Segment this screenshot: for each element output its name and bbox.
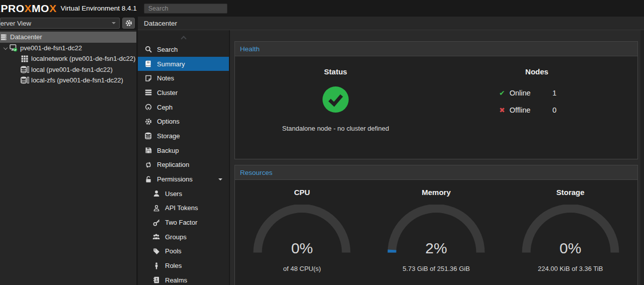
storage-gauge: 0% [520,205,621,257]
floppy-icon [144,147,152,154]
ceph-icon [144,104,152,111]
menu-item-backup[interactable]: Backup [138,143,229,158]
tree-item-storage-local[interactable]: local (pve001-de-fsn1-dc22) [0,64,136,75]
gear-icon [125,20,132,27]
key-icon [152,219,160,226]
health-panel: Health Status Standalone node - no clust… [234,41,638,159]
health-panel-title: Health [240,45,260,53]
check-icon: ✔ [499,89,505,97]
menu-item-realms[interactable]: Realms [138,273,229,285]
storage-gauge-column: Storage 0% 224.00 KiB of 3.36 TiB [503,188,637,272]
nodes-table: ✔Online 1 ✖Offline 0 [499,84,575,119]
resources-panel: Resources CPU 0% o [234,165,638,285]
storage-database-icon [20,66,29,73]
tree-item-storage-localnetwork[interactable]: localnetwork (pve001-de-fsn1-dc22) [0,53,136,64]
group-icon [152,233,160,240]
menu-item-two-factor[interactable]: Two Factor [138,215,229,230]
resource-tree-panel: Server View Datacenter [0,17,136,285]
tree-item-storage-local-zfs[interactable]: local-zfs (pve001-de-fsn1-dc22) [0,75,136,86]
storage-heading: Storage [503,188,637,197]
datacenter-menu: Search Summary Notes Cluster [138,30,230,285]
chevron-down-icon [112,22,116,26]
storage-detail: 224.00 KiB of 3.36 TiB [503,265,637,272]
view-selector-value: Server View [0,20,31,27]
menu-item-ceph[interactable]: Ceph [138,100,229,115]
menu-item-notes[interactable]: Notes [138,71,229,85]
memory-heading: Memory [369,188,504,197]
content-scrollbar[interactable] [640,30,644,285]
status-ok-icon [323,86,349,113]
health-status-column: Status Standalone node - no cluster defi… [235,67,436,159]
tree-item-label: pve001-de-fsn1-dc22 [20,44,82,52]
storage-percent: 0% [520,240,621,257]
menu-item-replication[interactable]: Replication [138,158,229,172]
menu-scroll-up[interactable] [138,33,229,42]
proxmox-logo: XPROXMOX [0,3,56,15]
tree-toolbar: Server View [0,17,136,30]
menu-item-permissions[interactable]: Permissions [138,172,229,186]
menu-item-cluster[interactable]: Cluster [138,85,229,100]
resources-panel-header: Resources [235,165,637,180]
nodes-row-online: ✔Online 1 [499,84,575,102]
tree-item-label: localnetwork (pve001-de-fsn1-dc22) [31,55,135,62]
nodes-offline-count: 0 [552,106,575,114]
chevron-up-icon [181,36,186,41]
cluster-icon [144,89,152,96]
content-area: Health Status Standalone node - no clust… [230,30,644,285]
sync-arrows-icon [144,161,152,168]
nodes-row-offline: ✖Offline 0 [499,102,575,119]
tree-item-datacenter[interactable]: Datacenter [0,32,136,43]
memory-detail: 5.73 GiB of 251.36 GiB [369,265,504,272]
memory-gauge-column: Memory 2% 5.73 GiB of 251.36 GiB [369,188,504,272]
health-nodes-column: Nodes ✔Online 1 ✖Offline 0 [436,67,637,159]
cpu-percent: 0% [252,240,352,257]
menu-item-storage[interactable]: Storage [138,129,229,143]
menu-item-summary[interactable]: Summary [138,57,229,71]
menu-item-api-tokens[interactable]: API Tokens [138,201,229,216]
user-outline-icon [152,205,160,212]
menu-item-pools[interactable]: Pools [138,244,229,259]
datacenter-server-icon [0,34,8,41]
tree-item-node-pve001[interactable]: pve001-de-fsn1-dc22 [0,43,136,54]
resource-tree: Datacenter pve001-de-fsn1-dc22 [0,30,136,285]
person-icon [152,262,160,269]
health-panel-header: Health [235,42,637,56]
tag-icon [152,248,160,255]
status-heading: Status [235,67,436,76]
resources-panel-title: Resources [240,169,273,176]
menu-item-search[interactable]: Search [138,42,229,57]
address-book-icon [152,276,160,283]
tree-item-label: Datacenter [10,33,42,41]
book-icon [144,60,152,67]
view-selector-dropdown[interactable]: Server View [0,18,120,29]
global-search-input[interactable] [144,4,227,14]
cpu-gauge: 0% [252,205,352,257]
menu-item-users[interactable]: Users [138,186,229,201]
search-icon [144,46,152,53]
network-grid-icon [20,55,29,62]
menu-item-options[interactable]: Options [138,114,229,129]
storage-database-icon [20,76,29,84]
tree-settings-button[interactable] [122,18,135,29]
nodes-heading: Nodes [436,67,637,76]
menu-item-roles[interactable]: Roles [138,258,229,273]
memory-gauge: 2% [386,205,487,257]
memory-percent: 2% [386,240,487,257]
page-title: Datacenter [144,20,177,27]
tree-item-label: local (pve001-de-fsn1-dc22) [31,66,113,73]
database-icon [144,132,152,139]
cpu-detail: of 48 CPU(s) [235,265,369,272]
content-header: Datacenter [138,17,644,30]
menu-item-groups[interactable]: Groups [138,230,229,244]
cross-icon: ✖ [499,106,505,114]
caret-down-icon [218,178,222,182]
unlock-icon [144,176,152,183]
tree-expander-icon[interactable] [3,45,8,50]
note-icon [144,75,152,82]
gear-icon [144,118,152,125]
tree-item-label: local-zfs (pve001-de-fsn1-dc22) [31,76,123,84]
user-icon [152,190,160,197]
top-bar: XPROXMOX Virtual Environment 8.4.1 [0,0,644,17]
nodes-online-count: 1 [552,89,575,97]
version-subtitle: Virtual Environment 8.4.1 [60,5,136,12]
